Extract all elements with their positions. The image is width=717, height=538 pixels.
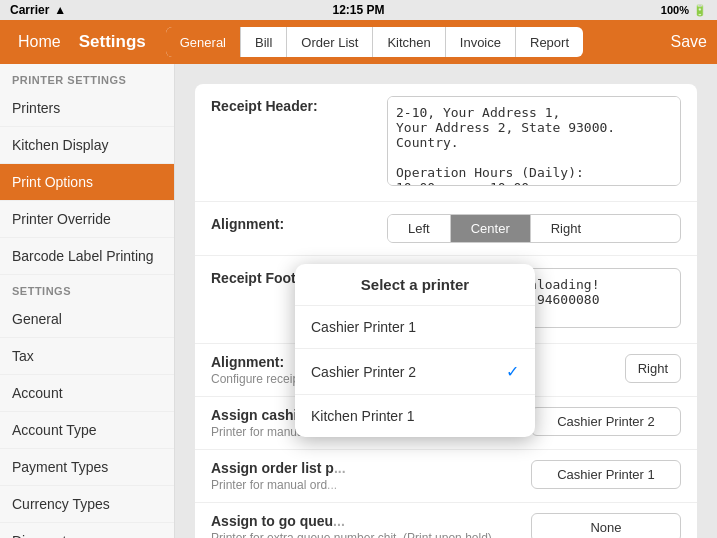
assign-order-left: Assign order list p... Printer for manua… <box>211 460 505 492</box>
assign-goqueue-title: Assign to go queu... <box>211 513 505 529</box>
assign-goqueue-left: Assign to go queu... Printer for extra q… <box>211 513 505 538</box>
alignment2-right: Right <box>521 354 681 383</box>
printer-settings-section-title: PRINTER SETTINGS <box>0 64 174 90</box>
assign-goqueue-row: Assign to go queu... Printer for extra q… <box>195 503 697 538</box>
alignment-label: Alignment: <box>211 214 371 232</box>
align-center-button[interactable]: Center <box>451 215 531 242</box>
tab-invoice[interactable]: Invoice <box>446 27 516 57</box>
sidebar-item-printers[interactable]: Printers <box>0 90 174 127</box>
main-layout: PRINTER SETTINGS Printers Kitchen Displa… <box>0 64 717 538</box>
tab-general[interactable]: General <box>166 27 241 57</box>
align-left-button[interactable]: Left <box>388 215 451 242</box>
assign-order-right: Cashier Printer 1 <box>521 460 681 489</box>
page-title: Settings <box>79 32 146 52</box>
alignment-control: Left Center Right <box>387 214 681 243</box>
sidebar-item-account-type[interactable]: Account Type <box>0 412 174 449</box>
dropdown-item-cashier2[interactable]: Cashier Printer 2 ✓ <box>295 349 535 395</box>
status-right: 100% 🔋 <box>661 4 707 17</box>
sidebar-item-payment-types[interactable]: Payment Types <box>0 449 174 486</box>
dropdown-item-cashier2-check: ✓ <box>506 362 519 381</box>
assign-order-row: Assign order list p... Printer for manua… <box>195 450 697 503</box>
sidebar-item-printer-override[interactable]: Printer Override <box>0 201 174 238</box>
assign-order-title: Assign order list p... <box>211 460 505 476</box>
save-button[interactable]: Save <box>671 33 707 51</box>
cashier-printer1-button[interactable]: Cashier Printer 1 <box>531 460 681 489</box>
sidebar: PRINTER SETTINGS Printers Kitchen Displa… <box>0 64 175 538</box>
none-button[interactable]: None <box>531 513 681 538</box>
alignment2-right-button[interactable]: Right <box>625 354 681 383</box>
home-button[interactable]: Home <box>10 29 69 55</box>
sidebar-item-discount[interactable]: Discount <box>0 523 174 538</box>
receipt-header-label: Receipt Header: <box>211 96 371 114</box>
assign-goqueue-sub: Printer for extra queue number chit. (Pr… <box>211 531 505 538</box>
battery-icon: 🔋 <box>693 4 707 17</box>
receipt-header-input[interactable]: 2-10, Your Address 1, Your Address 2, St… <box>387 96 681 186</box>
status-bar: Carrier ▲ 12:15 PM 100% 🔋 <box>0 0 717 20</box>
sidebar-item-tax[interactable]: Tax <box>0 338 174 375</box>
sidebar-item-general[interactable]: General <box>0 301 174 338</box>
settings-section-title: SETTINGS <box>0 275 174 301</box>
dropdown-item-kitchen1-label: Kitchen Printer 1 <box>311 408 415 424</box>
assign-cashier-right: Cashier Printer 2 <box>521 407 681 436</box>
alignment-group: Left Center Right <box>387 214 681 243</box>
content-area: Receipt Header: 2-10, Your Address 1, Yo… <box>175 64 717 538</box>
battery-label: 100% <box>661 4 689 16</box>
tab-report[interactable]: Report <box>516 27 583 57</box>
wifi-icon: ▲ <box>54 3 66 17</box>
tab-kitchen[interactable]: Kitchen <box>373 27 445 57</box>
dropdown-title: Select a printer <box>295 264 535 306</box>
assign-order-sub: Printer for manual ord... <box>211 478 505 492</box>
nav-tabs: General Bill Order List Kitchen Invoice … <box>166 27 583 57</box>
sidebar-item-barcode-label-printing[interactable]: Barcode Label Printing <box>0 238 174 275</box>
dropdown-item-cashier1[interactable]: Cashier Printer 1 <box>295 306 535 349</box>
sidebar-item-currency-types[interactable]: Currency Types <box>0 486 174 523</box>
status-left: Carrier ▲ <box>10 3 66 17</box>
sidebar-item-kitchen-display[interactable]: Kitchen Display <box>0 127 174 164</box>
receipt-header-control: 2-10, Your Address 1, Your Address 2, St… <box>387 96 681 189</box>
alignment-row: Alignment: Left Center Right <box>195 202 697 256</box>
nav-bar: Home Settings General Bill Order List Ki… <box>0 20 717 64</box>
printer-select-dropdown: Select a printer Cashier Printer 1 Cashi… <box>295 264 535 437</box>
sidebar-item-account[interactable]: Account <box>0 375 174 412</box>
dropdown-item-kitchen1[interactable]: Kitchen Printer 1 <box>295 395 535 437</box>
dropdown-item-cashier1-label: Cashier Printer 1 <box>311 319 416 335</box>
dropdown-item-cashier2-label: Cashier Printer 2 <box>311 364 416 380</box>
sidebar-item-print-options[interactable]: Print Options <box>0 164 174 201</box>
cashier-printer2-button[interactable]: Cashier Printer 2 <box>531 407 681 436</box>
carrier-label: Carrier <box>10 3 49 17</box>
tab-order-list[interactable]: Order List <box>287 27 373 57</box>
time-display: 12:15 PM <box>332 3 384 17</box>
receipt-header-row: Receipt Header: 2-10, Your Address 1, Yo… <box>195 84 697 202</box>
align-right-button[interactable]: Right <box>531 215 601 242</box>
tab-bill[interactable]: Bill <box>241 27 287 57</box>
assign-goqueue-right: None <box>521 513 681 538</box>
